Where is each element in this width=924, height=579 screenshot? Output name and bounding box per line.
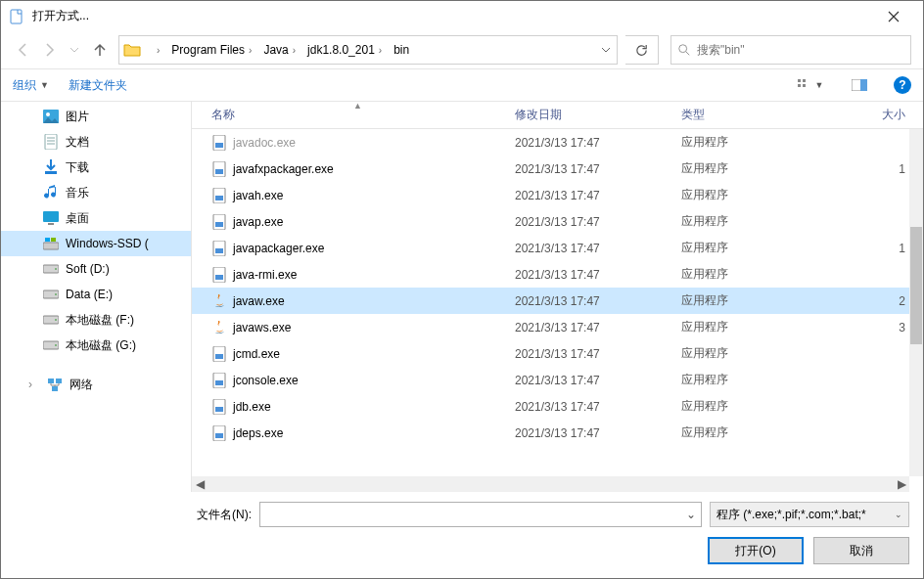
app-icon: [211, 161, 227, 177]
file-row[interactable]: javaw.exe2021/3/13 17:47应用程序2: [192, 288, 909, 314]
file-icon: [9, 9, 24, 24]
close-button[interactable]: [871, 2, 915, 30]
refresh-button[interactable]: [625, 35, 659, 65]
tree-item-1[interactable]: 文档: [1, 129, 191, 155]
app-icon: [211, 425, 227, 441]
search-input[interactable]: [697, 43, 904, 57]
file-row[interactable]: jdb.exe2021/3/13 17:47应用程序: [192, 393, 909, 420]
breadcrumb-1[interactable]: Java›: [257, 36, 301, 64]
tree-item-9[interactable]: 本地磁盘 (G:): [1, 333, 191, 358]
file-name: jconsole.exe: [233, 374, 299, 387]
tree-item-4[interactable]: 桌面: [1, 205, 191, 231]
file-date: 2021/3/13 17:47: [515, 426, 681, 440]
help-button[interactable]: ?: [894, 76, 911, 94]
up-button[interactable]: [89, 39, 111, 61]
svg-rect-40: [215, 248, 223, 253]
app-icon: [211, 346, 227, 362]
cancel-button[interactable]: 取消: [813, 537, 909, 564]
file-size: 1: [818, 162, 909, 176]
svg-point-23: [55, 293, 57, 295]
file-date: 2021/3/13 17:47: [515, 294, 681, 308]
tree-item-5[interactable]: Windows-SSD (: [1, 231, 191, 256]
file-date: 2021/3/13 17:47: [515, 400, 681, 414]
navbar: › Program Files› Java› jdk1.8.0_201› bin: [1, 31, 923, 68]
tree-item-0[interactable]: 图片: [1, 104, 191, 129]
music-icon: [42, 185, 60, 200]
file-filter[interactable]: 程序 (*.exe;*.pif;*.com;*.bat;* ⌄: [710, 502, 909, 527]
svg-rect-0: [11, 10, 22, 23]
tree-item-2[interactable]: 下载: [1, 155, 191, 180]
app-icon: [211, 373, 227, 388]
breadcrumb-0[interactable]: Program Files›: [165, 36, 257, 64]
breadcrumb-root-chevron[interactable]: ›: [147, 36, 165, 64]
file-row[interactable]: javadoc.exe2021/3/13 17:47应用程序: [192, 129, 909, 156]
file-date: 2021/3/13 17:47: [515, 268, 681, 282]
open-button[interactable]: 打开(O): [708, 537, 804, 564]
file-row[interactable]: javapackager.exe2021/3/13 17:47应用程序1: [192, 235, 909, 261]
vertical-scrollbar[interactable]: [909, 129, 923, 476]
hscroll-right[interactable]: ▶: [894, 477, 909, 491]
filename-input[interactable]: [260, 508, 681, 521]
file-size: 1: [818, 242, 909, 255]
pictures-icon: [42, 109, 60, 124]
file-list[interactable]: javadoc.exe2021/3/13 17:47应用程序javafxpack…: [192, 129, 923, 476]
svg-point-25: [55, 319, 57, 321]
tree-item-7[interactable]: Data (E:): [1, 282, 191, 307]
svg-point-27: [55, 344, 57, 346]
forward-button[interactable]: [38, 39, 60, 61]
file-row[interactable]: java-rmi.exe2021/3/13 17:47应用程序: [192, 261, 909, 288]
hscroll-left[interactable]: ◀: [192, 477, 208, 491]
file-type: 应用程序: [681, 240, 818, 256]
filename-dropdown[interactable]: ⌄: [681, 508, 701, 521]
tree-item-8[interactable]: 本地磁盘 (F:): [1, 307, 191, 333]
svg-rect-28: [48, 379, 54, 383]
new-folder-button[interactable]: 新建文件夹: [69, 77, 127, 94]
tree-item-3[interactable]: 音乐: [1, 180, 191, 205]
file-name: jdeps.exe: [233, 426, 283, 440]
svg-point-1: [679, 45, 687, 53]
file-size: 3: [818, 321, 909, 334]
file-type: 应用程序: [681, 424, 818, 441]
scrollbar-thumb[interactable]: [910, 227, 922, 344]
app-icon: [211, 267, 227, 283]
file-row[interactable]: javah.exe2021/3/13 17:47应用程序: [192, 182, 909, 208]
file-date: 2021/3/13 17:47: [515, 162, 681, 176]
svg-rect-48: [215, 407, 223, 412]
view-options-button[interactable]: ▼: [796, 72, 825, 98]
horizontal-scrollbar[interactable]: ◀ ▶: [192, 476, 909, 492]
drive-icon: [42, 287, 60, 302]
file-type: 应用程序: [681, 319, 818, 335]
body: 图片文档下载音乐桌面Windows-SSD (Soft (D:)Data (E:…: [1, 102, 923, 492]
file-name: javaw.exe: [233, 294, 285, 308]
back-button[interactable]: [13, 39, 34, 61]
address-dropdown[interactable]: [595, 45, 617, 55]
filename-combo[interactable]: ⌄: [259, 502, 702, 527]
file-name: javaws.exe: [233, 321, 291, 334]
breadcrumb-2[interactable]: jdk1.8.0_201›: [301, 36, 388, 64]
app-icon: [211, 241, 227, 256]
svg-rect-38: [215, 222, 223, 227]
nav-tree[interactable]: 图片文档下载音乐桌面Windows-SSD (Soft (D:)Data (E:…: [1, 102, 192, 492]
file-row[interactable]: javaws.exe2021/3/13 17:47应用程序3: [192, 314, 909, 340]
tree-network[interactable]: ›网络: [1, 372, 191, 397]
file-row[interactable]: javafxpackager.exe2021/3/13 17:47应用程序1: [192, 156, 909, 182]
file-date: 2021/3/13 17:47: [515, 374, 681, 387]
app-icon: [211, 188, 227, 203]
svg-rect-2: [798, 79, 801, 82]
svg-rect-44: [215, 354, 223, 359]
tree-item-6[interactable]: Soft (D:): [1, 256, 191, 282]
file-date: 2021/3/13 17:47: [515, 215, 681, 229]
organize-button[interactable]: 组织 ▼: [13, 77, 49, 94]
app-icon: [211, 214, 227, 230]
preview-pane-button[interactable]: [845, 72, 874, 98]
file-row[interactable]: javap.exe2021/3/13 17:47应用程序: [192, 208, 909, 235]
breadcrumb-3[interactable]: bin: [388, 36, 415, 64]
recent-dropdown[interactable]: [64, 39, 85, 61]
drive-icon: [42, 337, 60, 353]
file-row[interactable]: jcmd.exe2021/3/13 17:47应用程序: [192, 340, 909, 367]
search-box[interactable]: [670, 35, 911, 65]
search-icon: [677, 43, 691, 57]
file-row[interactable]: jdeps.exe2021/3/13 17:47应用程序: [192, 420, 909, 446]
file-row[interactable]: jconsole.exe2021/3/13 17:47应用程序: [192, 367, 909, 393]
address-bar[interactable]: › Program Files› Java› jdk1.8.0_201› bin: [118, 35, 618, 65]
